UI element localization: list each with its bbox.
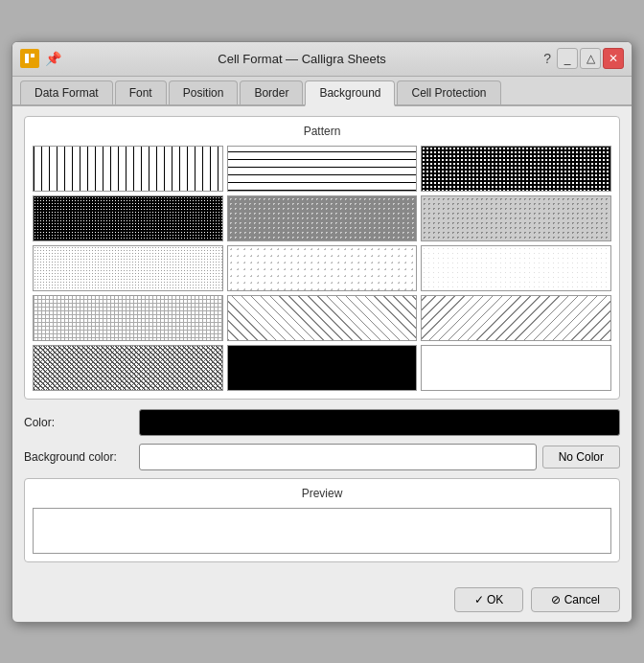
pattern-black-dots[interactable] (33, 195, 223, 241)
color-swatch[interactable] (139, 409, 620, 436)
svg-rect-2 (31, 54, 34, 57)
pattern-solid-white[interactable] (421, 345, 611, 391)
window-controls: ? _ △ ✕ (543, 48, 624, 69)
tab-cell-protection[interactable]: Cell Protection (397, 80, 500, 104)
tab-data-format[interactable]: Data Format (20, 80, 113, 104)
preview-section: Preview (24, 478, 620, 562)
tab-content: Pattern Color: (12, 106, 632, 582)
pattern-fine-dots[interactable] (33, 245, 223, 291)
background-color-row: Background color: No Color (24, 444, 620, 470)
help-icon[interactable]: ? (543, 51, 551, 66)
pattern-diamond[interactable] (33, 345, 223, 391)
minimize-button[interactable]: _ (557, 48, 578, 69)
svg-rect-1 (25, 54, 29, 63)
pattern-diagonal-left[interactable] (421, 295, 611, 341)
pattern-horizontal-lines[interactable] (227, 146, 418, 192)
pattern-dense-dots[interactable] (421, 146, 611, 192)
tab-border[interactable]: Border (240, 80, 303, 104)
tab-bar: Data Format Font Position Border Backgro… (12, 77, 632, 106)
dialog-window: 📌 Cell Format — Calligra Sheets ? _ △ ✕ … (12, 41, 632, 623)
pattern-diagonal-right[interactable] (227, 295, 418, 341)
pattern-medium-dots[interactable] (227, 195, 418, 241)
close-button[interactable]: ✕ (603, 48, 624, 69)
ok-button[interactable]: ✓ OK (454, 587, 524, 612)
background-color-swatch[interactable] (139, 444, 537, 470)
window-title: Cell Format — Calligra Sheets (60, 52, 543, 66)
color-row: Color: (24, 409, 620, 436)
pattern-vertical-lines[interactable] (33, 146, 223, 192)
pattern-crosshatch-left[interactable] (33, 295, 223, 341)
background-color-label: Background color: (24, 450, 139, 464)
pin-icon[interactable]: 📌 (45, 51, 60, 66)
pattern-gray-dots[interactable] (421, 195, 611, 241)
dialog-footer: ✓ OK ⊘ Cancel (12, 582, 632, 622)
app-icon (20, 49, 39, 68)
color-label: Color: (24, 416, 139, 429)
pattern-title: Pattern (33, 125, 611, 138)
cancel-button[interactable]: ⊘ Cancel (531, 587, 620, 612)
tab-background[interactable]: Background (305, 80, 395, 106)
maximize-button[interactable]: △ (580, 48, 601, 69)
preview-title: Preview (33, 487, 611, 500)
pattern-solid-black[interactable] (227, 345, 418, 391)
tab-position[interactable]: Position (169, 80, 239, 104)
pattern-section: Pattern (24, 116, 620, 400)
no-color-button[interactable]: No Color (542, 446, 620, 469)
pattern-sparse-dots[interactable] (227, 245, 418, 291)
titlebar: 📌 Cell Format — Calligra Sheets ? _ △ ✕ (12, 42, 632, 77)
pattern-very-sparse[interactable] (421, 245, 611, 291)
tab-font[interactable]: Font (115, 80, 167, 104)
pattern-grid (33, 146, 611, 391)
preview-area (33, 508, 611, 554)
